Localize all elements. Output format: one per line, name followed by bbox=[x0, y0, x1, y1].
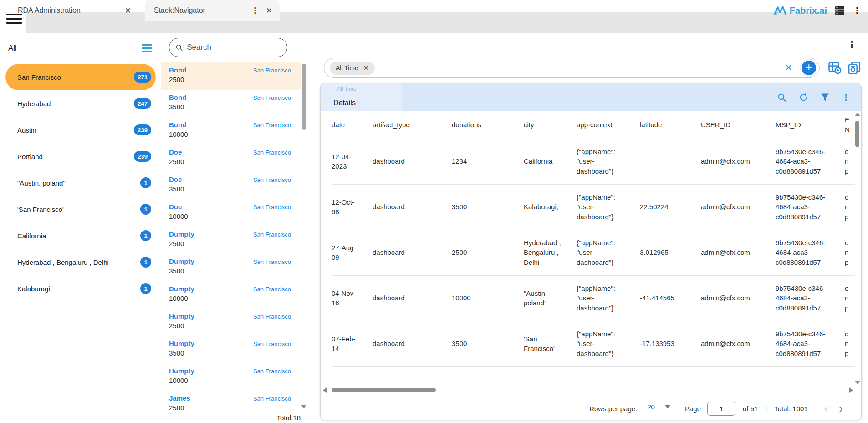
pagination-bar: Rows per page: 20 Page of 51 | Total: 10… bbox=[321, 397, 861, 420]
location-label: Kalaburagi, bbox=[17, 285, 52, 293]
scroll-down-icon[interactable] bbox=[855, 381, 860, 384]
table-row[interactable]: 07-Feb-14 dashboard 3500 'San Francisco'… bbox=[332, 321, 855, 366]
location-list-item[interactable]: Portland 239 bbox=[5, 143, 156, 170]
navigator-list-item[interactable]: James 2500 San Francisco bbox=[161, 391, 301, 412]
table-search-icon[interactable] bbox=[777, 93, 786, 102]
horizontal-scrollbar[interactable] bbox=[323, 387, 853, 393]
location-list-item[interactable]: "Austin, poland" 1 bbox=[5, 170, 156, 196]
navigator-scrollbar-thumb[interactable] bbox=[302, 64, 306, 130]
close-icon[interactable]: ✕ bbox=[262, 6, 280, 15]
cell-app-context: {"appName": "user-dashboard"} bbox=[577, 230, 640, 275]
details-tab[interactable]: All Time Details bbox=[321, 83, 402, 111]
previous-page-button[interactable]: ‹ bbox=[819, 403, 834, 413]
cell-user-id: admin@cfx.com bbox=[701, 275, 776, 321]
navigator-list-item[interactable]: Bond 10000 San Francisco bbox=[161, 117, 301, 144]
sidebar-menu-icon[interactable] bbox=[142, 43, 152, 54]
tab-rda-administration[interactable]: RDA Administration ✕ bbox=[4, 0, 138, 21]
tab-label: Stack:Navigator bbox=[154, 6, 248, 15]
navigator-list-item[interactable]: Doe 10000 San Francisco bbox=[161, 199, 301, 227]
location-list-item[interactable]: 'San Francisco' 1 bbox=[5, 196, 156, 222]
navigator-list-item[interactable]: Bond 2500 San Francisco bbox=[161, 62, 301, 90]
navigator-list-item[interactable]: Humpty 10000 San Francisco bbox=[161, 363, 301, 391]
table-row[interactable]: 27-Aug-09 dashboard 2500 Hyderabad , Ben… bbox=[332, 230, 855, 275]
navigator-list-item[interactable]: Bond 3500 San Francisco bbox=[161, 90, 301, 117]
navigator-list-item[interactable]: Humpty 3500 San Francisco bbox=[161, 336, 301, 363]
cell-app-context: {"appName": "user-dashboard"} bbox=[577, 275, 640, 321]
app-kebab-icon[interactable]: ⋮ bbox=[853, 5, 862, 16]
item-location: San Francisco bbox=[253, 94, 291, 101]
column-header[interactable]: artifact_type bbox=[373, 111, 452, 139]
tab-stack-navigator[interactable]: Stack:Navigator ⋮ ✕ bbox=[145, 0, 280, 21]
count-badge: 239 bbox=[134, 151, 151, 162]
add-filter-button[interactable]: + bbox=[800, 59, 817, 77]
item-location: San Francisco bbox=[253, 231, 291, 238]
location-list-item[interactable]: Hyderabad , Bengaluru , Delhi 1 bbox=[5, 249, 156, 275]
filter-funnel-icon[interactable] bbox=[821, 93, 829, 102]
navigator-list-item[interactable]: Dumpty 2500 San Francisco bbox=[161, 227, 301, 254]
cell-latitude: -41.414565 bbox=[640, 275, 701, 321]
page-number-input[interactable] bbox=[707, 402, 735, 416]
location-list-item[interactable]: San Francisco 271 bbox=[5, 64, 156, 90]
column-header[interactable]: latitude bbox=[640, 111, 701, 139]
navigator-list-item[interactable]: Dumpty 10000 San Francisco bbox=[161, 281, 301, 309]
column-header[interactable]: donations bbox=[452, 111, 524, 139]
search-input[interactable] bbox=[187, 43, 281, 52]
column-header[interactable]: date bbox=[332, 111, 373, 139]
location-list-item[interactable]: Austin 239 bbox=[5, 117, 156, 143]
cell-app-context: {"appName": "user-dashboard"} bbox=[577, 321, 640, 366]
count-badge: 1 bbox=[140, 230, 151, 241]
table-row[interactable]: 12-04-2023 dashboard 1234 California {"a… bbox=[332, 139, 855, 184]
scroll-up-icon[interactable] bbox=[855, 113, 860, 116]
close-icon[interactable]: ✕ bbox=[121, 6, 138, 15]
table-row[interactable]: 12-Oct-98 dashboard 3500 Kalaburagi, {"a… bbox=[332, 184, 855, 230]
scroll-left-icon[interactable] bbox=[323, 387, 327, 393]
column-header[interactable]: USER_ID bbox=[701, 111, 776, 139]
cell-user-id: admin@cfx.com bbox=[701, 321, 776, 366]
location-list-item[interactable]: California 1 bbox=[5, 222, 156, 249]
item-value: 10000 bbox=[169, 377, 291, 384]
cell-artifact-type: dashboard bbox=[373, 184, 452, 230]
schedule-table-icon[interactable] bbox=[828, 61, 842, 75]
vertical-scrollbar[interactable] bbox=[854, 113, 860, 384]
search-icon bbox=[176, 44, 183, 52]
cell-msp-id: 9b75430e-c346-4684-aca3-c0d880891d57 bbox=[776, 321, 845, 366]
navigator-list-item[interactable]: Doe 3500 San Francisco bbox=[161, 172, 301, 199]
column-header[interactable]: city bbox=[524, 111, 577, 139]
cell-user-id: admin@cfx.com bbox=[701, 230, 776, 275]
tab-label: RDA Administration bbox=[18, 6, 121, 15]
clear-filters-icon[interactable]: ✕ bbox=[784, 62, 794, 74]
navigator-list-item[interactable]: Doe 2500 San Francisco bbox=[161, 144, 301, 172]
workspace-kebab-icon[interactable]: ⋮ bbox=[847, 39, 857, 50]
tab-kebab-icon[interactable]: ⋮ bbox=[248, 5, 262, 16]
rows-per-page-select[interactable]: 20 bbox=[643, 403, 674, 414]
fabrix-wave-icon bbox=[774, 5, 786, 15]
count-badge: 1 bbox=[140, 257, 151, 268]
location-label: Hyderabad , Bengaluru , Delhi bbox=[17, 258, 109, 266]
vertical-scrollbar-thumb[interactable] bbox=[855, 121, 859, 147]
count-badge: 247 bbox=[134, 98, 151, 109]
navigator-list-item[interactable]: Dumpty 3500 San Francisco bbox=[161, 254, 301, 281]
scroll-right-icon[interactable] bbox=[849, 387, 853, 393]
chip-label: All Time bbox=[336, 64, 358, 72]
chip-remove-icon[interactable]: ✕ bbox=[363, 64, 369, 72]
cell-app-context: {"appName": "user-dashboard"} bbox=[577, 184, 640, 230]
cell-artifact-type: dashboard bbox=[373, 275, 452, 321]
location-list-item[interactable]: Kalaburagi, 1 bbox=[5, 275, 156, 302]
table-kebab-icon[interactable]: ⋮ bbox=[842, 92, 850, 103]
rows-per-page-value: 20 bbox=[647, 403, 655, 411]
column-header[interactable]: EN bbox=[845, 111, 855, 139]
horizontal-scrollbar-thumb[interactable] bbox=[332, 388, 436, 392]
copy-save-icon[interactable] bbox=[848, 61, 861, 75]
refresh-icon[interactable] bbox=[799, 93, 808, 102]
column-header[interactable]: MSP_ID bbox=[776, 111, 845, 139]
navigator-list-item[interactable]: Humpty 2500 San Francisco bbox=[161, 309, 301, 336]
table-row[interactable]: 04-Nov-16 dashboard 10000 "Austin, polan… bbox=[332, 275, 855, 321]
details-header: All Time Details ⋮ bbox=[321, 83, 861, 111]
search-box[interactable] bbox=[169, 38, 287, 57]
next-page-button[interactable]: › bbox=[833, 403, 848, 413]
column-header[interactable]: app-context bbox=[577, 111, 640, 139]
scroll-down-icon[interactable] bbox=[301, 405, 306, 408]
server-stack-icon[interactable] bbox=[834, 5, 845, 16]
time-filter-chip[interactable]: All Time ✕ bbox=[330, 62, 375, 75]
location-list-item[interactable]: Hyderabad 247 bbox=[5, 90, 156, 117]
